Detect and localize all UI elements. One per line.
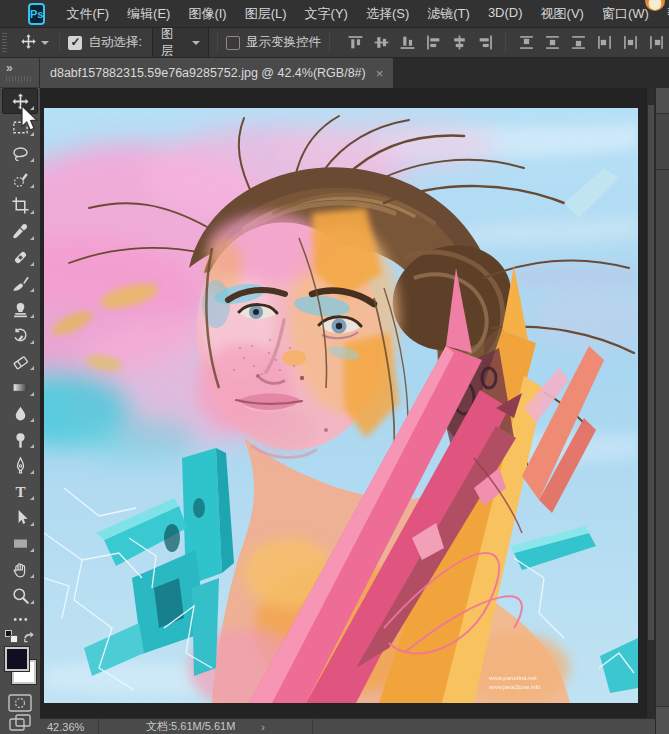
swap-colors-icon[interactable]: [22, 629, 35, 647]
zoom-level-field[interactable]: 42.36%: [40, 721, 98, 733]
distribute-left-edges-button[interactable]: [591, 32, 617, 54]
move-tool-icon-slot: [20, 33, 37, 53]
eyedropper-icon: [11, 222, 30, 241]
document-tab[interactable]: d8abf157882315.59e76a9285752.jpg @ 42.4%…: [40, 58, 393, 88]
menu-item-edit[interactable]: 编辑(E): [118, 5, 179, 23]
foreground-color-swatch[interactable]: [5, 647, 29, 671]
distribute-bottom-edges-button[interactable]: [565, 32, 591, 54]
distribute-vertical-centers-icon: [544, 34, 561, 51]
collapse-panels-button[interactable]: »: [6, 63, 39, 73]
path-select-icon: [11, 508, 30, 527]
scrollbar-thumb[interactable]: [648, 105, 654, 640]
auto-select-checkbox[interactable]: 自动选择:: [68, 34, 141, 51]
blur-tool-button[interactable]: [2, 400, 38, 426]
distribute-right-edges-button[interactable]: [643, 32, 669, 54]
separator: [505, 33, 506, 53]
options-bar: 自动选择: 图层 显示变换控件: [0, 28, 669, 58]
shape-tool-button[interactable]: [2, 530, 38, 556]
eraser-tool-button[interactable]: [2, 348, 38, 374]
chevron-down-icon: [41, 41, 49, 45]
healing-brush-tool-button[interactable]: [2, 244, 38, 270]
document-info-text: 文档:5.61M/5.61M: [146, 719, 235, 734]
default-colors-icon[interactable]: [5, 629, 18, 647]
document-info[interactable]: 文档:5.61M/5.61M ›: [98, 719, 313, 734]
menu-items: 文件(F)编辑(E)图像(I)图层(L)文字(Y)选择(S)滤镜(T)3D(D)…: [57, 5, 669, 23]
hand-icon: [11, 560, 30, 579]
path-select-tool-button[interactable]: [2, 504, 38, 530]
checkbox-checked-icon: [68, 36, 82, 50]
menu-item-image[interactable]: 图像(I): [179, 5, 235, 23]
align-bottom-edges-icon: [399, 34, 416, 51]
dock-segment: [656, 706, 669, 734]
toolbar-grip[interactable]: [6, 76, 32, 82]
workspace: T: [0, 88, 669, 734]
eyedropper-tool-button[interactable]: [2, 218, 38, 244]
distribute-horizontal-centers-button[interactable]: [617, 32, 643, 54]
svg-text:T: T: [15, 483, 25, 500]
hand-tool-button[interactable]: [2, 556, 38, 582]
separator: [329, 33, 330, 52]
align-vertical-centers-button[interactable]: [368, 32, 394, 54]
tool-preset-button[interactable]: [18, 31, 51, 55]
distribute-left-edges-icon: [596, 34, 613, 51]
clone-stamp-tool-button[interactable]: [2, 296, 38, 322]
align-horizontal-centers-button[interactable]: [446, 32, 472, 54]
align-top-edges-button[interactable]: [342, 32, 368, 54]
dodge-tool-button[interactable]: [2, 426, 38, 452]
align-bottom-edges-button[interactable]: [394, 32, 420, 54]
pen-tool-button[interactable]: [2, 452, 38, 478]
dodge-icon: [11, 430, 30, 449]
photoshop-window: Ps 文件(F)编辑(E)图像(I)图层(L)文字(Y)选择(S)滤镜(T)3D…: [0, 0, 669, 734]
distribute-top-edges-button[interactable]: [513, 32, 539, 54]
panel-dock-strip[interactable]: [655, 88, 669, 734]
menu-item-view[interactable]: 视图(V): [532, 5, 593, 23]
menu-bar: Ps 文件(F)编辑(E)图像(I)图层(L)文字(Y)选择(S)滤镜(T)3D…: [0, 0, 669, 28]
zoom-tool-button[interactable]: [2, 582, 38, 608]
lasso-tool-button[interactable]: [2, 140, 38, 166]
color-controls: [0, 630, 40, 646]
menu-item-type[interactable]: 文字(Y): [296, 5, 357, 23]
distribute-vertical-centers-button[interactable]: [539, 32, 565, 54]
align-top-edges-icon: [347, 34, 364, 51]
history-brush-tool-button[interactable]: [2, 322, 38, 348]
crop-tool-button[interactable]: [2, 192, 38, 218]
distribute-top-edges-icon: [518, 34, 535, 51]
brush-tool-button[interactable]: [2, 270, 38, 296]
vertical-scrollbar[interactable]: [646, 88, 655, 718]
move-icon: [11, 92, 30, 111]
move-tool-button[interactable]: [2, 88, 38, 114]
align-left-edges-button[interactable]: [420, 32, 446, 54]
clone-stamp-icon: [11, 300, 30, 319]
tab-close-icon[interactable]: ×: [376, 67, 384, 80]
menu-item-file[interactable]: 文件(F): [57, 5, 118, 23]
type-tool-button[interactable]: T: [2, 478, 38, 504]
document-canvas[interactable]: www.parodina.net www.jana2june.info: [44, 108, 638, 703]
menu-item-filter[interactable]: 滤镜(T): [418, 5, 479, 23]
quick-select-tool-button[interactable]: [2, 166, 38, 192]
edit-toolbar-button[interactable]: [2, 608, 38, 630]
document-area: www.parodina.net www.jana2june.info 42.3…: [40, 88, 655, 734]
zoom-icon: [11, 586, 30, 605]
menu-item-3d[interactable]: 3D(D): [479, 5, 532, 23]
marquee-tool-button[interactable]: [2, 114, 38, 140]
toolbar-header: »: [0, 58, 40, 88]
lasso-icon: [11, 144, 30, 163]
crop-icon: [11, 196, 30, 215]
gradient-tool-button[interactable]: [2, 374, 38, 400]
show-transform-checkbox[interactable]: 显示变换控件: [226, 34, 321, 51]
menu-item-select[interactable]: 选择(S): [357, 5, 418, 23]
toolbar: T: [0, 88, 40, 734]
document-tab-title: d8abf157882315.59e76a9285752.jpg @ 42.4%…: [50, 66, 366, 80]
auto-select-target-dropdown[interactable]: 图层: [152, 28, 209, 58]
artwork-image: www.parodina.net www.jana2june.info: [44, 108, 638, 703]
dropdown-value: 图层: [161, 28, 182, 58]
auto-select-label: 自动选择:: [88, 34, 141, 51]
screen-mode-button[interactable]: [0, 714, 40, 734]
quick-mask-button[interactable]: [0, 692, 40, 714]
chevron-right-icon[interactable]: ›: [261, 721, 265, 733]
tool-list: T: [0, 88, 40, 608]
menu-item-layer[interactable]: 图层(L): [236, 5, 296, 23]
options-bar-grip[interactable]: [2, 33, 7, 52]
distribute-right-edges-icon: [648, 34, 665, 51]
align-right-edges-button[interactable]: [472, 32, 498, 54]
